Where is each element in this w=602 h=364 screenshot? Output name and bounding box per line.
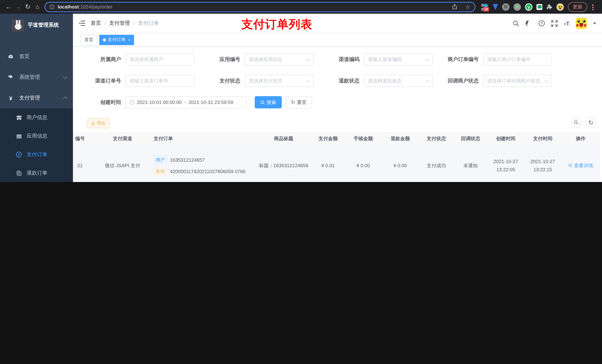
sidebar-item-payment[interactable]: ¥ 支付管理 (0, 88, 73, 108)
extension-y-icon[interactable]: y (525, 3, 532, 10)
chevron-down-icon (425, 57, 430, 61)
tag-label: 支付订单 (108, 37, 126, 43)
refund-status-select[interactable]: 请选择退款状态 (364, 75, 433, 87)
bookmark-star-icon[interactable]: ☆ (465, 3, 470, 10)
fullscreen-icon[interactable] (551, 20, 558, 26)
filter-label-refund-status: 退款状态 (314, 77, 364, 84)
profile-avatar-icon[interactable] (557, 3, 564, 10)
extension-gem-icon[interactable] (493, 4, 498, 10)
filter-label-merchant-order-no: 商户订单编号 (433, 56, 483, 63)
filter-label-notify-status: 回调商户状态 (433, 77, 483, 84)
chevron-down-icon (544, 78, 549, 82)
document-copy-icon (16, 170, 22, 176)
sidebar-item-label: 商户信息 (27, 114, 47, 121)
toggle-search-button[interactable] (571, 117, 581, 128)
font-size-icon[interactable]: тT (564, 20, 570, 26)
forward-icon[interactable]: → (13, 2, 23, 12)
filter-label-create-time: 创建时间 (75, 99, 126, 106)
filter-label-merchant: 所属商户 (75, 56, 126, 63)
help-icon[interactable]: ? (538, 20, 545, 27)
pay-order-no: 420000117420211027806059 0766 (170, 168, 246, 174)
logo-rabbit-image (12, 19, 24, 31)
create-time-range-input[interactable]: 2021-10-01 00:00:00 - 2021-10-31 23:59:5… (126, 96, 247, 108)
payment-submenu: 商户信息 应用信息 ¥ 支付订单 (0, 108, 73, 182)
page-annotation-title: 支付订单列表 (241, 17, 312, 32)
grid-icon (16, 133, 22, 139)
github-icon[interactable] (526, 20, 532, 27)
store-icon (16, 115, 22, 120)
sidebar-item-home[interactable]: 首页 (0, 46, 73, 67)
extension-chat-icon[interactable] (537, 4, 542, 10)
filter-label-pay-status: 支付状态 (194, 77, 245, 84)
tags-view: 首页 支付订单 × (73, 33, 602, 47)
sidebar-item-label: 首页 (19, 53, 67, 60)
chevron-down-icon (63, 74, 68, 79)
yen-circle-icon: ¥ (16, 152, 22, 157)
app-title: 芋道管理系统 (28, 22, 59, 29)
breadcrumb-payment[interactable]: 支付管理 (109, 20, 130, 27)
reload-icon[interactable]: ↻ (23, 2, 32, 12)
sidebar-item-label: 支付订单 (27, 151, 47, 158)
extensions-puzzle-icon[interactable] (547, 4, 552, 10)
page-content: 所属商户 请选择所属商户 应用编号 请选择应用信息 渠道编码 请输入渠道编码 商… (73, 47, 602, 182)
tag-label: 首页 (85, 37, 93, 43)
merchant-order-no-input[interactable]: 请输入商户订单编号 (483, 53, 552, 65)
tag-close-icon[interactable]: × (128, 38, 130, 42)
breadcrumb-home[interactable]: 首页 (91, 20, 101, 27)
yen-icon: ¥ (7, 95, 14, 101)
user-avatar[interactable] (576, 18, 587, 29)
tag-home[interactable]: 首页 (81, 35, 97, 45)
header-search-icon[interactable] (513, 20, 519, 26)
app-no-select[interactable]: 请选择应用信息 (245, 53, 314, 65)
browser-update-button[interactable]: 更新 (568, 2, 587, 12)
notify-status-select[interactable]: 请选择订单回调商户状态 (483, 75, 552, 87)
chevron-up-icon (63, 96, 68, 101)
reset-button[interactable]: ↻ 重置 (285, 96, 312, 108)
share-icon[interactable] (452, 4, 457, 10)
back-icon[interactable]: ← (4, 2, 13, 12)
search-button[interactable]: 搜索 (255, 96, 282, 108)
filter-label-app-no: 应用编号 (194, 56, 245, 63)
extension-dot-icon[interactable] (514, 3, 521, 10)
table-row[interactable]: 21 微信 JSAPI 支付 商户1635312124657 支付4200001… (73, 145, 600, 182)
sidebar-item-merchant-info[interactable]: 商户信息 (0, 108, 73, 127)
avatar-caret-icon[interactable] (593, 22, 596, 24)
sidebar-collapse-icon[interactable] (79, 20, 86, 26)
breadcrumb-current: 支付订单 (138, 20, 159, 27)
merchant-input[interactable]: 请选择所属商户 (126, 53, 194, 65)
sidebar-item-system[interactable]: 系统管理 (0, 67, 73, 88)
sidebar-item-label: 退款订单 (27, 170, 47, 177)
extensions-row: 10 ⌘ y 更新 ••• (481, 2, 594, 12)
export-button[interactable]: 导出 (87, 118, 110, 128)
info-icon (50, 4, 54, 9)
channel-order-no-input[interactable]: 请输入渠道订单号 (126, 75, 194, 87)
home-icon[interactable]: ⌂ (32, 2, 42, 12)
browser-toolbar: ← → ↻ ⌂ localhost:1024/pay/order ☆ 10 ⌘ (0, 0, 602, 14)
download-icon (91, 121, 95, 125)
chevron-down-icon (306, 78, 310, 82)
breadcrumb: 首页 / 支付管理 / 支付订单 (91, 20, 159, 27)
orders-table: 编号 支付渠道 支付订单 商品标题 支付金额 手续金额 退款金额 支付状态 回调… (73, 132, 602, 182)
search-icon (574, 120, 578, 125)
sidebar-item-label: 应用信息 (27, 133, 47, 139)
refresh-icon: ↻ (589, 119, 593, 126)
refresh-table-button[interactable]: ↻ (586, 117, 596, 128)
url-host: localhost (58, 4, 79, 10)
svg-text:?: ? (541, 21, 543, 25)
view-detail-link[interactable]: 查看详情 (568, 162, 593, 169)
merchant-order-no: 1635312124657 (170, 157, 205, 163)
channel-code-select[interactable]: 请输入渠道编码 (364, 53, 433, 65)
extension-badge-count: 10 (483, 7, 489, 11)
screen: ← → ↻ ⌂ localhost:1024/pay/order ☆ 10 ⌘ (0, 0, 602, 182)
merchant-tag: 商户 (154, 155, 167, 164)
sidebar-item-refund-order[interactable]: 退款订单 (0, 164, 73, 182)
app-logo: 芋道管理系统 (0, 14, 73, 34)
address-bar[interactable]: localhost:1024/pay/order ☆ (44, 2, 475, 12)
pay-status-select[interactable]: 请选择支付状态 (245, 75, 314, 87)
sidebar-item-pay-order[interactable]: ¥ 支付订单 (0, 145, 73, 164)
sidebar-item-app-info[interactable]: 应用信息 (0, 127, 73, 145)
extension-command-icon[interactable]: ⌘ (502, 3, 509, 10)
browser-menu-icon[interactable]: ••• (592, 3, 594, 10)
extension-badge-icon[interactable]: 10 (481, 3, 489, 10)
tag-pay-order[interactable]: 支付订单 × (99, 35, 134, 45)
